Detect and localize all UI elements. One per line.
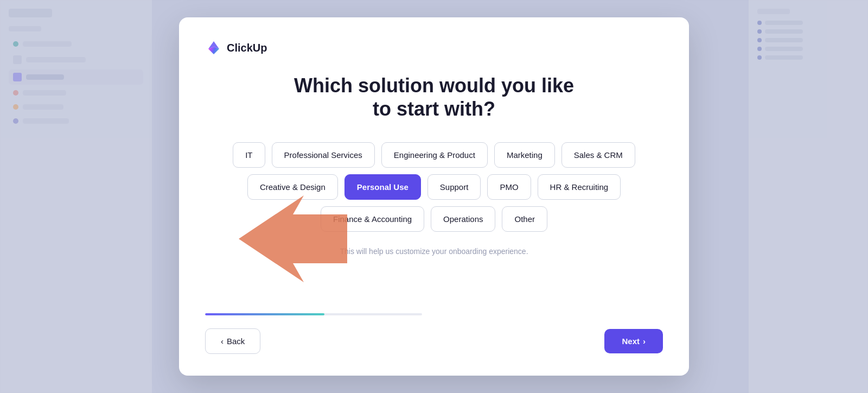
option-personal-use[interactable]: Personal Use [344, 174, 421, 200]
logo-area: ClickUp [205, 39, 663, 56]
modal-overlay: ClickUp Which solution would you like to… [0, 0, 868, 393]
option-pmo[interactable]: PMO [487, 174, 531, 200]
progress-fill [205, 313, 324, 315]
option-creative-design[interactable]: Creative & Design [247, 174, 338, 200]
option-professional-services[interactable]: Professional Services [272, 142, 375, 168]
option-other[interactable]: Other [502, 206, 547, 232]
logo-text: ClickUp [227, 42, 267, 54]
back-button[interactable]: ‹ Back [205, 328, 260, 354]
option-support[interactable]: Support [427, 174, 481, 200]
option-marketing[interactable]: Marketing [494, 142, 555, 168]
modal-footer: ‹ Back Next › [205, 328, 663, 354]
modal-subtitle: This will help us customize your onboard… [205, 247, 663, 256]
option-it[interactable]: IT [233, 142, 265, 168]
clickup-logo-icon [205, 39, 222, 56]
options-row-1: IT Professional Services Engineering & P… [233, 142, 635, 168]
modal-heading: Which solution would you like to start w… [205, 74, 663, 121]
option-sales-crm[interactable]: Sales & CRM [561, 142, 635, 168]
progress-bar-container [205, 313, 663, 315]
option-finance-accounting[interactable]: Finance & Accounting [321, 206, 424, 232]
back-chevron-icon: ‹ [221, 337, 224, 346]
next-label: Next [622, 337, 640, 346]
option-engineering-product[interactable]: Engineering & Product [381, 142, 488, 168]
modal-dialog: ClickUp Which solution would you like to… [179, 17, 689, 376]
option-operations[interactable]: Operations [431, 206, 495, 232]
options-row-2: Creative & Design Personal Use Support P… [247, 174, 621, 200]
next-chevron-icon: › [643, 337, 646, 346]
next-button[interactable]: Next › [604, 329, 663, 353]
back-label: Back [227, 337, 245, 346]
option-hr-recruiting[interactable]: HR & Recruiting [538, 174, 621, 200]
progress-track [205, 313, 422, 315]
options-container: IT Professional Services Engineering & P… [205, 142, 663, 232]
options-row-3: Finance & Accounting Operations Other [321, 206, 547, 232]
